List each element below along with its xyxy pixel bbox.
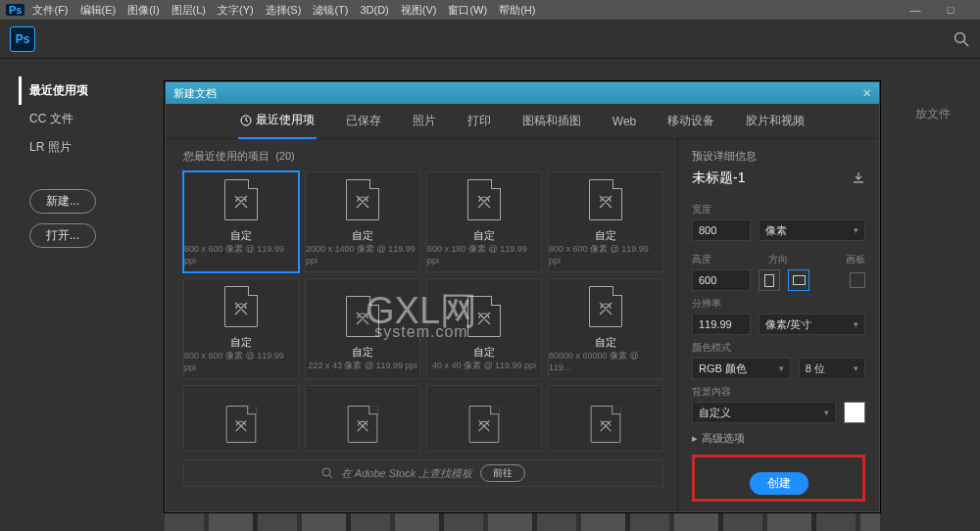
menu-window[interactable]: 窗口(W) (448, 3, 487, 18)
preset-title: 自定 (352, 345, 373, 360)
menubar: Ps 文件(F) 编辑(E) 图像(I) 图层(L) 文字(Y) 选择(S) 滤… (0, 0, 980, 20)
background-label: 背景内容 (692, 385, 865, 399)
background-select[interactable]: 自定义▾ (692, 402, 836, 423)
preset-item[interactable]: 自定 2000 x 1400 像素 @ 119.99 ppi (305, 171, 420, 272)
preset-dimensions: 40 x 40 像素 @ 119.99 ppi (432, 360, 536, 372)
menu-view[interactable]: 视图(V) (401, 3, 437, 18)
stock-search-bar[interactable]: 在 Adobe Stock 上查找模板 前往 (183, 459, 663, 487)
preset-dimensions: 80000 x 60000 像素 @ 119... (549, 350, 662, 372)
document-icon (346, 296, 379, 337)
document-icon (589, 179, 622, 220)
tab-art[interactable]: 图稿和插图 (520, 104, 583, 139)
tab-photo[interactable]: 照片 (411, 104, 438, 139)
menu-edit[interactable]: 编辑(E) (80, 3, 117, 18)
open-button[interactable]: 打开... (29, 223, 96, 248)
preset-dimensions: 800 x 600 像素 @ 119.99 ppi (549, 243, 662, 266)
new-document-dialog: 新建文档 ✕ 最近使用项 已保存 照片 打印 图稿和插图 Web 移动设备 胶片… (165, 81, 880, 512)
width-label: 宽度 (692, 203, 865, 217)
tab-saved[interactable]: 已保存 (344, 104, 383, 139)
preset-item[interactable]: 自定 800 x 600 像素 @ 119.99 ppi (183, 278, 299, 379)
preset-item[interactable]: 自定 80000 x 60000 像素 @ 119... (548, 278, 663, 379)
orientation-landscape[interactable] (788, 269, 809, 291)
window-minimize-icon[interactable]: — (904, 4, 927, 16)
background-color-swatch[interactable] (844, 402, 865, 423)
svg-line-4 (329, 475, 332, 478)
tab-label: 最近使用项 (256, 112, 315, 128)
tab-mobile[interactable]: 移动设备 (665, 104, 716, 139)
orientation-portrait[interactable] (759, 269, 780, 291)
sidebar-item-lr[interactable]: LR 照片 (29, 133, 176, 162)
svg-point-3 (322, 468, 330, 476)
document-icon (348, 406, 378, 443)
menu-3d[interactable]: 3D(D) (360, 4, 388, 16)
document-icon (226, 406, 257, 443)
preset-item[interactable] (183, 385, 299, 452)
svg-point-0 (956, 32, 965, 42)
preset-item[interactable]: 自定 800 x 600 像素 @ 119.99 ppi (548, 171, 663, 272)
document-name[interactable]: 未标题-1 (692, 169, 745, 187)
svg-line-1 (964, 41, 969, 46)
preset-title: 自定 (352, 228, 373, 243)
preset-details-panel: 预设详细信息 未标题-1 宽度 像素▾ 高度 方向 画板 (677, 139, 879, 511)
preset-item[interactable]: 自定 40 x 40 像素 @ 119.99 ppi (426, 278, 542, 379)
chevron-down-icon: ▾ (824, 408, 829, 417)
recent-thumbnails-strip (165, 513, 880, 531)
create-button[interactable]: 创建 (750, 472, 808, 495)
menu-layer[interactable]: 图层(L) (172, 3, 206, 18)
tab-web[interactable]: Web (611, 104, 638, 139)
artboard-label: 画板 (846, 253, 865, 266)
height-input[interactable] (692, 269, 751, 291)
sidebar-item-cc[interactable]: CC 文件 (29, 105, 176, 133)
search-icon (321, 467, 333, 479)
chevron-down-icon: ▾ (854, 363, 858, 373)
details-heading: 预设详细信息 (692, 149, 865, 164)
advanced-options-toggle[interactable]: ▸ 高级选项 (692, 431, 865, 446)
search-icon[interactable] (953, 30, 970, 48)
menu-help[interactable]: 帮助(H) (499, 3, 535, 18)
preset-item[interactable]: 自定 800 x 600 像素 @ 119.99 ppi (183, 171, 299, 272)
preset-item[interactable] (305, 385, 420, 452)
drop-files-hint: 放文件 (915, 106, 951, 122)
preset-title: 自定 (595, 228, 616, 243)
width-input[interactable] (692, 219, 751, 241)
close-icon[interactable]: ✕ (862, 87, 871, 100)
menu-select[interactable]: 选择(S) (266, 3, 302, 18)
chevron-down-icon: ▾ (854, 225, 858, 235)
preset-title: 自定 (473, 228, 495, 243)
preset-item[interactable]: 自定 600 x 180 像素 @ 119.99 ppi (426, 171, 542, 272)
start-sidebar: 最近使用项 CC 文件 LR 照片 新建... 打开... (0, 59, 176, 248)
menu-filter[interactable]: 滤镜(T) (313, 3, 348, 18)
preset-title: 自定 (230, 335, 252, 350)
preset-item[interactable]: 自定 222 x 43 像素 @ 119.99 ppi (305, 278, 420, 379)
window-maximize-icon[interactable]: □ (939, 4, 962, 16)
document-icon (591, 406, 621, 443)
clock-icon (240, 115, 252, 126)
resolution-unit-select[interactable]: 像素/英寸▾ (759, 314, 865, 335)
chevron-down-icon: ▾ (779, 363, 784, 373)
bit-depth-select[interactable]: 8 位▾ (799, 358, 865, 379)
document-icon (467, 179, 501, 220)
download-icon[interactable] (852, 171, 865, 185)
go-button[interactable]: 前往 (480, 464, 525, 482)
app-icon: Ps (6, 4, 24, 16)
create-highlight: 创建 (692, 455, 865, 502)
color-mode-select[interactable]: RGB 颜色▾ (692, 358, 791, 379)
menu-type[interactable]: 文字(Y) (218, 3, 254, 18)
menu-file[interactable]: 文件(F) (32, 3, 68, 18)
ps-logo-icon: Ps (10, 26, 35, 52)
tab-film[interactable]: 胶片和视频 (744, 104, 807, 139)
preset-title: 自定 (595, 335, 616, 350)
sidebar-item-recent[interactable]: 最近使用项 (19, 76, 176, 105)
height-label: 高度 (692, 253, 751, 266)
width-unit-select[interactable]: 像素▾ (759, 219, 865, 241)
options-bar: Ps (0, 20, 980, 59)
artboard-checkbox[interactable] (850, 272, 865, 288)
menu-image[interactable]: 图像(I) (127, 3, 159, 18)
new-button[interactable]: 新建... (29, 189, 96, 214)
resolution-input[interactable] (692, 314, 751, 335)
tab-print[interactable]: 打印 (466, 104, 493, 139)
orientation-label: 方向 (768, 253, 788, 266)
tab-recent[interactable]: 最近使用项 (238, 104, 317, 139)
preset-item[interactable] (426, 385, 542, 452)
preset-item[interactable] (548, 385, 663, 452)
